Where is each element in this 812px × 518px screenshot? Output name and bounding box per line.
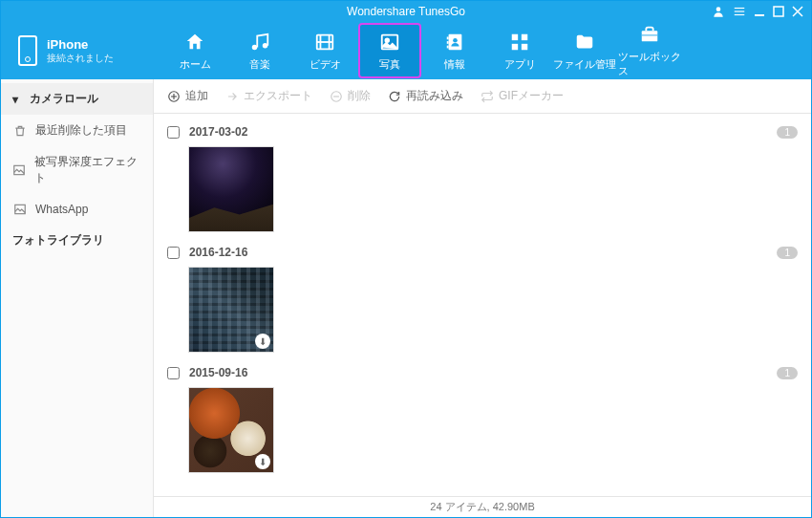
nav-home[interactable]: ホーム — [163, 23, 226, 78]
minimize-icon[interactable] — [754, 6, 765, 17]
section-checkbox[interactable] — [167, 126, 180, 139]
svg-rect-22 — [522, 43, 527, 49]
apps-icon — [508, 31, 531, 54]
nav-apps[interactable]: アプリ — [488, 23, 551, 78]
folder-icon — [573, 31, 596, 54]
svg-rect-1 — [735, 8, 745, 9]
nav-tools[interactable]: ツールボックス — [618, 23, 681, 78]
contacts-icon — [443, 31, 466, 54]
photo-thumb[interactable]: ⬇ — [188, 146, 274, 232]
section-checkbox[interactable] — [167, 367, 180, 379]
app-title: Wondershare TunesGo — [1, 5, 811, 18]
download-icon: ⬇ — [255, 213, 270, 228]
section-date: 2017-03-02 — [189, 125, 767, 139]
minus-circle-icon — [330, 90, 343, 103]
photo-icon — [378, 31, 401, 54]
sidebar-depth-effect[interactable]: 被写界深度エフェクト — [1, 146, 153, 194]
svg-rect-16 — [447, 36, 449, 39]
status-bar: 24 アイテム, 42.90MB — [154, 496, 811, 517]
video-icon — [313, 31, 336, 54]
user-icon[interactable] — [712, 5, 725, 18]
reload-button[interactable]: 再読み込み — [388, 88, 463, 104]
svg-rect-18 — [447, 45, 449, 48]
svg-rect-4 — [755, 14, 764, 16]
device-name: iPhone — [47, 37, 114, 52]
photo-thumb[interactable]: ⬇ — [188, 267, 274, 353]
add-button[interactable]: 追加 — [167, 88, 208, 104]
svg-rect-19 — [512, 33, 518, 39]
repeat-icon — [481, 90, 494, 103]
phone-icon — [18, 35, 37, 66]
svg-rect-17 — [447, 41, 449, 44]
delete-button[interactable]: 削除 — [330, 88, 371, 104]
reload-icon — [388, 90, 401, 103]
titlebar: Wondershare TunesGo — [1, 1, 811, 22]
trash-icon — [12, 123, 28, 139]
header: iPhone 接続されました ホーム 音楽 ビデオ 写真 — [1, 22, 811, 79]
home-icon — [183, 31, 206, 54]
svg-point-0 — [716, 7, 721, 11]
plus-circle-icon — [167, 90, 181, 103]
section-header: 2017-03-02 1 — [167, 119, 798, 144]
section-date: 2015-09-16 — [189, 366, 767, 379]
export-button[interactable]: エクスポート — [225, 88, 312, 104]
sidebar-camera-roll[interactable]: ▾ カメラロール — [1, 83, 153, 115]
window-controls — [712, 5, 803, 18]
count-badge: 1 — [777, 247, 798, 259]
sidebar: ▾ カメラロール 最近削除した項目 被写界深度エフェクト WhatsApp フォ… — [1, 79, 154, 517]
close-icon[interactable] — [792, 6, 803, 17]
nav-photo[interactable]: 写真 — [358, 23, 421, 78]
svg-rect-2 — [735, 11, 745, 11]
section-header: 2016-12-16 1 — [167, 240, 798, 265]
device-info[interactable]: iPhone 接続されました — [1, 35, 163, 66]
nav-video[interactable]: ビデオ — [293, 23, 356, 78]
svg-rect-23 — [642, 31, 658, 41]
nav-music[interactable]: 音楽 — [228, 23, 291, 78]
count-badge: 1 — [777, 367, 798, 379]
download-icon: ⬇ — [255, 334, 270, 349]
svg-rect-5 — [774, 7, 783, 16]
gifmaker-button[interactable]: GIFメーカー — [481, 88, 564, 104]
photo-thumb[interactable]: ⬇ — [188, 387, 274, 473]
nav-files[interactable]: ファイル管理 — [553, 23, 616, 78]
svg-rect-21 — [512, 43, 518, 49]
nav-info[interactable]: 情報 — [423, 23, 486, 78]
main-nav: ホーム 音楽 ビデオ 写真 情報 アプリ — [163, 23, 681, 78]
device-status: 接続されました — [47, 52, 114, 65]
svg-point-15 — [453, 37, 458, 42]
section-date: 2016-12-16 — [189, 246, 767, 259]
music-icon — [248, 31, 271, 54]
sidebar-whatsapp[interactable]: WhatsApp — [1, 194, 153, 225]
svg-point-13 — [385, 38, 389, 42]
image-icon — [12, 202, 28, 217]
sidebar-photo-library[interactable]: フォトライブラリ — [1, 225, 153, 256]
svg-rect-20 — [522, 33, 527, 39]
maximize-icon[interactable] — [773, 6, 784, 17]
image-icon — [12, 162, 27, 178]
section-header: 2015-09-16 1 — [167, 360, 798, 385]
chevron-down-icon: ▾ — [12, 93, 22, 106]
sidebar-recently-deleted[interactable]: 最近削除した項目 — [1, 115, 153, 146]
export-icon — [225, 90, 239, 103]
download-icon: ⬇ — [255, 454, 270, 469]
svg-rect-3 — [735, 14, 745, 15]
toolbox-icon — [638, 23, 661, 46]
menu-icon[interactable] — [733, 5, 746, 18]
toolbar: 追加 エクスポート 削除 再読み込み GIFメーカー — [154, 79, 811, 114]
section-checkbox[interactable] — [167, 247, 180, 259]
photo-list[interactable]: 2017-03-02 1 ⬇ 2016-12-16 1 ⬇ — [154, 114, 811, 496]
count-badge: 1 — [777, 126, 798, 139]
